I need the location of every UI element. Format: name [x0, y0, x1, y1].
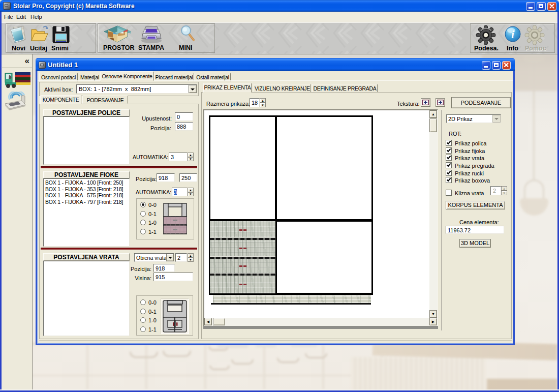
svg-text:i: i — [511, 29, 514, 40]
